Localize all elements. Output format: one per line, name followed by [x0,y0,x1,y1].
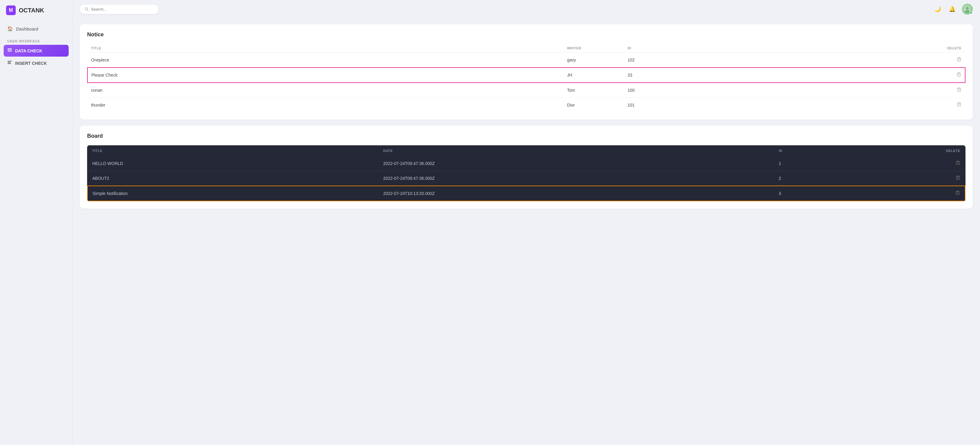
dashboard-label: Dashboard [16,26,38,32]
svg-rect-2 [8,51,12,51]
notice-row-id: 100 [624,83,660,98]
svg-rect-0 [8,48,12,49]
board-row-id: 3 [774,186,810,201]
board-row-title: Simple Notification [88,186,379,201]
svg-rect-23 [956,162,959,165]
svg-point-6 [85,8,88,10]
delete-icon[interactable] [957,88,962,93]
board-row-delete[interactable] [810,171,965,186]
delete-icon[interactable] [955,191,960,196]
notice-row-writer: JH [563,67,624,83]
content-area: Notice TITLE WRITER ID DELETE Onepiece g… [73,18,980,445]
board-row-id: 1 [774,156,810,171]
sidebar-item-dashboard[interactable]: 🏠 Dashboard [4,23,68,35]
notice-row-writer: Dior [563,98,624,113]
notice-row-id: 33 [624,67,660,83]
svg-rect-26 [956,177,959,180]
board-col-title: TITLE [88,145,379,156]
notice-row-delete[interactable] [660,67,965,83]
board-table: TITLE DATE ID DELETE HELLO WORLD 2022-07… [87,145,966,201]
delete-icon[interactable] [956,161,960,166]
svg-rect-4 [8,62,11,63]
notice-col-delete: DELETE [660,44,965,53]
notice-col-id: ID [624,44,660,53]
table-row: ABOUT2 2022-07-24T09:47:36.000Z 2 [88,171,965,186]
search-bar[interactable] [80,5,159,14]
board-row-date: 2022-07-24T09:47:36.000Z [379,171,774,186]
board-row-title: ABOUT2 [88,171,379,186]
avatar[interactable] [962,4,973,14]
notice-row-writer: Tom [563,83,624,98]
notice-row-delete[interactable] [660,53,965,68]
table-row: Please Check JH 33 [88,67,965,83]
board-row-delete[interactable] [810,186,965,201]
board-col-delete: DELETE [810,145,965,156]
notice-row-title: Onepiece [88,53,563,68]
delete-icon[interactable] [956,176,960,181]
board-table-body: HELLO WORLD 2022-07-24T09:47:36.000Z 1 A… [88,156,965,201]
board-table-wrapper: TITLE DATE ID DELETE HELLO WORLD 2022-07… [87,145,966,201]
home-icon: 🏠 [7,26,13,32]
notice-card: Notice TITLE WRITER ID DELETE Onepiece g… [80,24,973,120]
board-title: Board [87,133,966,139]
notice-table-body: Onepiece gavy 102 Please Check JH 33 [88,53,965,113]
svg-line-7 [88,10,88,11]
table-row: thunder Dior 101 [88,98,965,113]
delete-icon[interactable] [957,57,962,63]
notice-table-wrapper: TITLE WRITER ID DELETE Onepiece gavy 102 [87,44,966,112]
data-check-icon [7,48,12,54]
moon-icon[interactable]: 🌙 [933,4,942,14]
notice-row-id: 101 [624,98,660,113]
table-row: HELLO WORLD 2022-07-24T09:47:36.000Z 1 [88,156,965,171]
table-row: conan Tom 100 [88,83,965,98]
board-row-date: 2022-07-24T09:47:36.000Z [379,156,774,171]
board-row-title: HELLO WORLD [88,156,379,171]
board-card: Board TITLE DATE ID DELETE HELLO WORLD 2… [80,126,973,209]
svg-rect-29 [956,191,959,195]
notice-row-writer: gavy [563,53,624,68]
app-name: OCTANK [19,7,44,14]
notice-row-id: 102 [624,53,660,68]
delete-icon[interactable] [956,73,961,78]
bell-icon[interactable]: 🔔 [947,4,957,14]
notice-row-title: thunder [88,98,563,113]
avatar-online-dot [969,11,972,14]
svg-rect-5 [8,63,11,64]
sidebar: M OCTANK 🏠 Dashboard USER INTERFACE DATA… [0,0,73,445]
main-wrapper: 🌙 🔔 Notice TITLE [73,0,980,445]
svg-rect-1 [8,49,12,50]
notice-col-title: TITLE [88,44,563,53]
notice-row-delete[interactable] [660,98,965,113]
board-col-id: ID [774,145,810,156]
topbar-right: 🌙 🔔 [933,4,973,14]
sidebar-section-label: USER INTERFACE [4,35,68,45]
table-row: Onepiece gavy 102 [88,53,965,68]
data-check-label: DATA CHECK [15,48,42,53]
svg-rect-3 [8,61,12,61]
search-input[interactable] [91,7,154,11]
logo-icon: M [6,5,16,15]
notice-table-header: TITLE WRITER ID DELETE [88,44,965,53]
notice-title: Notice [87,32,966,38]
notice-table: TITLE WRITER ID DELETE Onepiece gavy 102 [87,44,966,112]
sidebar-nav: 🏠 Dashboard USER INTERFACE DATA CHECK [0,21,72,72]
notice-col-writer: WRITER [563,44,624,53]
sidebar-item-data-check[interactable]: DATA CHECK [4,45,68,57]
notice-row-title: Please Check [88,67,563,83]
svg-rect-17 [958,88,961,91]
board-table-header: TITLE DATE ID DELETE [88,145,965,156]
board-col-date: DATE [379,145,774,156]
svg-point-9 [966,7,969,10]
search-icon [85,7,89,11]
insert-check-icon [7,60,12,66]
notice-row-title: conan [88,83,563,98]
notice-row-delete[interactable] [660,83,965,98]
svg-rect-20 [958,103,961,106]
topbar: 🌙 🔔 [73,0,980,18]
delete-icon[interactable] [957,103,962,108]
app-logo: M OCTANK [0,0,72,21]
sidebar-item-insert-check[interactable]: INSERT CHECK [4,57,68,69]
board-row-delete[interactable] [810,156,965,171]
board-row-id: 2 [774,171,810,186]
svg-rect-14 [957,73,960,76]
